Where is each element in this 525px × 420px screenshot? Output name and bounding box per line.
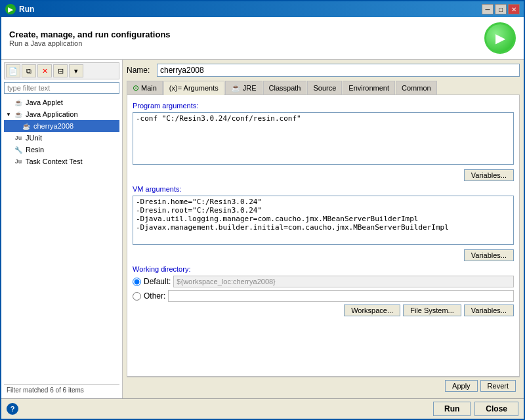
delete-config-button[interactable]: ✕ — [37, 64, 52, 77]
vm-variables-button[interactable]: Variables... — [464, 249, 514, 261]
vm-args-label: VM arguments: — [133, 185, 514, 193]
tree-item-task-context-test[interactable]: Ju Task Context Test — [4, 156, 119, 167]
tab-source[interactable]: Source — [307, 81, 342, 94]
filesystem-button[interactable]: File System... — [403, 304, 461, 316]
page-subtitle: Run a Java application — [9, 39, 171, 47]
program-args-input[interactable] — [133, 112, 514, 165]
apply-button[interactable]: Apply — [445, 380, 478, 392]
filter-status: Filter matched 6 of 6 items — [7, 387, 84, 394]
toggle-icon — [5, 135, 12, 141]
copy-config-button[interactable]: ⧉ — [22, 64, 36, 77]
sidebar-toolbar: 📄 ⧉ ✕ ⊟ ▾ — [4, 62, 119, 79]
name-row: Name: — [127, 64, 520, 77]
tree-item-label: Java Applet — [26, 98, 63, 106]
other-dir-input[interactable] — [168, 290, 514, 302]
dropdown-button[interactable]: ▾ — [69, 64, 83, 77]
other-label: Other: — [144, 291, 165, 301]
main-content: 📄 ⧉ ✕ ⊟ ▾ ☕ Java Applet ▼ ☕ Java Applic — [1, 60, 524, 398]
tab-arguments[interactable]: (x)= Arguments — [163, 81, 224, 95]
name-input[interactable] — [157, 64, 520, 77]
run-close-buttons: Run Close — [433, 402, 518, 416]
revert-button[interactable]: Revert — [480, 380, 516, 392]
tree-item-label: Java Application — [26, 110, 78, 118]
tab-source-label: Source — [313, 84, 336, 92]
collapse-button[interactable]: ⊟ — [53, 64, 68, 77]
filter-input[interactable] — [4, 82, 119, 94]
tab-content-arguments: Program arguments: Variables... VM argum… — [127, 95, 520, 377]
junit-icon: Ju — [13, 133, 24, 143]
tree-item-label: JUnit — [26, 134, 42, 142]
title-bar-controls: ─ □ ✕ — [482, 4, 520, 14]
bottom-bar: Apply Revert — [127, 377, 520, 394]
right-panel: Name: ⊙ Main (x)= Arguments ☕ JRE — [123, 60, 524, 398]
window-title: Run — [19, 5, 34, 14]
tree-item-java-application[interactable]: ▼ ☕ Java Application — [4, 108, 119, 120]
name-label: Name: — [127, 66, 153, 75]
tree-item-junit[interactable]: Ju JUnit — [4, 132, 119, 144]
java-application-icon: ☕ — [13, 109, 24, 119]
cherrya2008-icon: ☕ — [21, 121, 32, 131]
tab-arguments-label: (x)= Arguments — [169, 84, 219, 92]
footer-bar: ? Run Close — [1, 398, 524, 419]
default-dir-input — [173, 276, 514, 287]
tab-jre-label: JRE — [243, 84, 257, 92]
sidebar: 📄 ⧉ ✕ ⊟ ▾ ☕ Java Applet ▼ ☕ Java Applic — [1, 60, 123, 398]
maximize-button[interactable]: □ — [495, 4, 507, 14]
header-text: Create, manage, and run configurations R… — [9, 30, 171, 47]
resin-icon: 🔧 — [13, 144, 24, 155]
program-args-label: Program arguments: — [133, 102, 514, 110]
jre-tab-icon: ☕ — [231, 83, 241, 93]
dir-variables-button[interactable]: Variables... — [464, 304, 514, 316]
help-button[interactable]: ? — [7, 403, 18, 415]
tree-item-label: Task Context Test — [26, 158, 83, 165]
tree-item-label: Resin — [26, 146, 44, 154]
minimize-button[interactable]: ─ — [482, 4, 494, 14]
run-button[interactable]: Run — [433, 402, 471, 416]
tab-environment-label: Environment — [348, 84, 389, 92]
toggle-icon — [5, 99, 12, 106]
title-bar: ▶ Run ─ □ ✕ — [1, 1, 524, 17]
apply-revert-buttons: Apply Revert — [445, 380, 516, 392]
tree-item-label: cherrya2008 — [33, 122, 74, 130]
run-window: ▶ Run ─ □ ✕ Create, manage, and run conf… — [0, 0, 525, 420]
tab-common-label: Common — [402, 84, 431, 92]
tree-item-java-applet[interactable]: ☕ Java Applet — [4, 96, 119, 108]
toggle-icon — [5, 158, 12, 165]
close-button[interactable]: Close — [474, 402, 518, 416]
working-dir-label: Working directory: — [133, 265, 514, 273]
program-variables-button[interactable]: Variables... — [464, 169, 514, 181]
other-radio[interactable] — [133, 292, 141, 301]
tab-jre[interactable]: ☕ JRE — [225, 81, 262, 94]
default-label: Default: — [144, 277, 171, 286]
run-icon: ▶ — [484, 22, 516, 54]
run-title-icon: ▶ — [5, 4, 16, 14]
toggle-icon — [13, 123, 20, 129]
vm-args-input[interactable] — [133, 196, 514, 245]
toggle-icon — [5, 146, 12, 153]
sidebar-footer: Filter matched 6 of 6 items — [4, 384, 119, 396]
tree-area: ☕ Java Applet ▼ ☕ Java Application ☕ che… — [4, 96, 119, 384]
java-applet-icon: ☕ — [13, 97, 24, 108]
tab-panel-container: ⊙ Main (x)= Arguments ☕ JRE Classpath So — [127, 81, 520, 377]
tab-environment[interactable]: Environment — [343, 81, 395, 94]
tab-classpath[interactable]: Classpath — [263, 81, 307, 94]
other-radio-row: Other: — [133, 290, 514, 302]
tree-item-cherrya2008[interactable]: ☕ cherrya2008 — [4, 120, 119, 132]
tab-classpath-label: Classpath — [269, 84, 301, 92]
title-bar-left: ▶ Run — [5, 4, 34, 14]
default-radio[interactable] — [133, 278, 141, 286]
dir-buttons: Workspace... File System... Variables... — [133, 304, 514, 316]
close-window-button[interactable]: ✕ — [508, 4, 520, 14]
task-context-icon: Ju — [13, 156, 24, 167]
tabs: ⊙ Main (x)= Arguments ☕ JRE Classpath So — [127, 81, 520, 95]
page-title: Create, manage, and run configurations — [9, 30, 171, 39]
tab-common[interactable]: Common — [396, 81, 437, 94]
header-area: Create, manage, and run configurations R… — [1, 17, 524, 60]
main-tab-icon: ⊙ — [133, 83, 139, 93]
default-radio-row: Default: — [133, 276, 514, 287]
workspace-button[interactable]: Workspace... — [344, 304, 400, 316]
new-config-button[interactable]: 📄 — [6, 64, 20, 77]
tree-item-resin[interactable]: 🔧 Resin — [4, 144, 119, 156]
tab-main[interactable]: ⊙ Main — [127, 81, 163, 94]
toggle-expand-icon: ▼ — [5, 111, 12, 117]
